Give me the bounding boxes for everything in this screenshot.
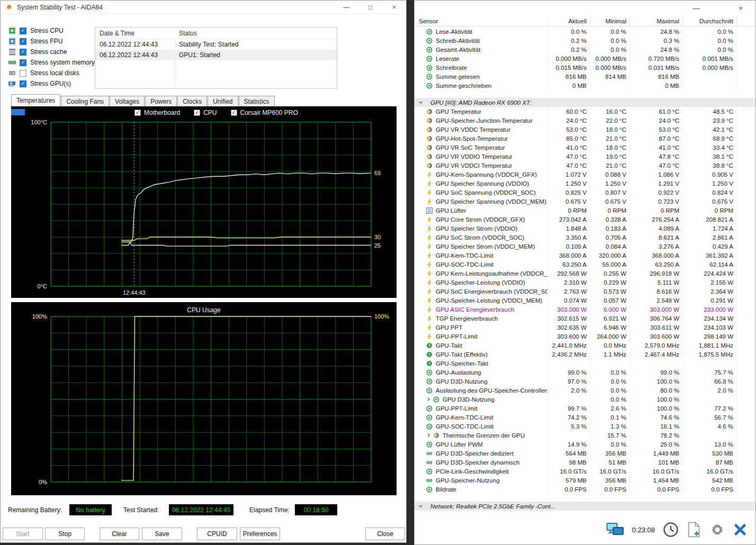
legend-item-motherboard[interactable]: Motherboard bbox=[134, 109, 180, 116]
clock-icon[interactable] bbox=[663, 522, 679, 538]
sensor-row[interactable]: GPU Speicher Strom (VDDIO)1.848 A0.183 A… bbox=[415, 224, 755, 233]
close-button[interactable]: Close bbox=[365, 528, 405, 540]
sensor-row[interactable]: Auslastung des GPU-Speicher-Controllers2… bbox=[415, 386, 755, 395]
stress-checkbox[interactable] bbox=[20, 49, 26, 56]
stress-checkbox[interactable] bbox=[20, 38, 26, 45]
sensor-group-header[interactable]: GPU [#0]: AMD Radeon RX 6900 XT: bbox=[415, 98, 755, 107]
legend-checkbox[interactable] bbox=[231, 110, 237, 116]
sensor-row[interactable]: GPU D3D-Speicher dediziert564 MB356 MB1,… bbox=[415, 449, 755, 458]
sensor-row[interactable]: GPU-SOC-TDC-Limit5.3 %1.3 %16.1 %4.6 % bbox=[415, 422, 755, 431]
sensor-row[interactable]: GPU SoC Spannung (VDDCR_SOC)0.825 V0.807… bbox=[415, 188, 755, 197]
sensor-row[interactable]: Lese-Aktivität0.0 %0.0 %24.8 %0.0 % bbox=[415, 27, 755, 36]
minimize-button[interactable]: — bbox=[686, 2, 707, 14]
sensor-row[interactable]: PCIe-Link-Geschwindigkeit16.0 GT/s16.0 G… bbox=[415, 467, 755, 476]
sensor-row[interactable]: GPU Speicher Spannung (VDDIO)1.250 V1.25… bbox=[415, 179, 755, 188]
sensor-row[interactable]: GPU-Kern-Spannung (VDDCR_GFX)1.072 V0.08… bbox=[415, 170, 755, 179]
stress-option-stress-local-disks[interactable]: Stress local disks bbox=[8, 68, 95, 78]
sensor-row[interactable]: GPU VR VDDCI Temperatur47.0 °C21.0 °C47.… bbox=[415, 161, 755, 170]
sensor-row[interactable]: GPU-Auslastung99.0 %0.0 %99.0 %75.7 % bbox=[415, 368, 755, 377]
sensor-row[interactable]: Gesamt-Aktivität0.2 %0.0 %24.8 %0.0 % bbox=[415, 45, 755, 54]
sensor-row[interactable]: GPU Core Strom (VDDCR_GFX)273.042 A0.328… bbox=[415, 215, 755, 224]
sensor-row[interactable]: GPU-PPT-Limit303.600 W264.000 W303.600 W… bbox=[415, 332, 755, 341]
cpuid-button[interactable]: CPUID bbox=[197, 528, 237, 540]
sensor-row[interactable]: GPU-Speicher-Leistung (VDDCI_MEM)0.074 W… bbox=[415, 296, 755, 305]
stress-option-stress-gpu-s[interactable]: Stress GPU(s) bbox=[8, 78, 95, 89]
sensor-row[interactable]: Bildrate0.0 FPS0.0 FPS0.0 FPS0.0 FPS bbox=[415, 485, 755, 494]
sensor-row[interactable]: TGP Energieverbrauch302.615 W6.921 W306.… bbox=[415, 314, 755, 323]
stress-option-stress-cpu[interactable]: Stress CPU bbox=[8, 25, 95, 36]
sensor-row[interactable]: Schreib-Aktivität0.2 %0.0 %0.3 %0.0 % bbox=[415, 36, 755, 45]
sensor-row[interactable]: Schreibrate0.015 MB/s0.000 MB/s0.031 MB/… bbox=[415, 63, 755, 72]
sensor-row[interactable]: Leserate0.000 MB/s0.000 MB/s0.720 MB/s0.… bbox=[415, 54, 755, 63]
chart-scroll-thumb[interactable] bbox=[11, 109, 25, 115]
stress-checkbox[interactable] bbox=[20, 28, 26, 34]
stress-checkbox[interactable] bbox=[20, 80, 26, 87]
sensor-row[interactable]: GPU D3D-Nutzung97.0 %0.0 %100.0 %66.8 % bbox=[415, 377, 755, 386]
log-row[interactable]: 06.12.2022 12:44:43GPU1: Started bbox=[95, 50, 337, 60]
legend-item-cpu[interactable]: CPU bbox=[194, 109, 217, 116]
sensor-row[interactable]: Thermische Grenzen der GPU15.7 %78.2 % bbox=[415, 431, 755, 440]
sensor-row[interactable]: GPU-Takt (Effektiv)2,436.2 MHz1.1 MHz2,4… bbox=[415, 350, 755, 359]
stop-button[interactable]: Stop bbox=[45, 528, 85, 540]
sensor-row[interactable]: GPU-Hot-Spot-Temperatur85.0 °C21.0 °C87.… bbox=[415, 134, 755, 143]
settings-gear-icon[interactable] bbox=[709, 522, 725, 538]
sensor-row[interactable]: GPU-Takt2,441.0 MHz0.0 MHz2,579.0 MHz1,8… bbox=[415, 341, 755, 350]
close-button[interactable]: × bbox=[382, 1, 406, 14]
network-computers-icon[interactable] bbox=[606, 522, 624, 538]
sensor-row[interactable]: GPU VR SoC Temperatur41.0 °C18.0 °C41.0 … bbox=[415, 143, 755, 152]
legend-checkbox[interactable] bbox=[194, 110, 200, 116]
sensor-row[interactable]: GPU Lüfter PWM14.9 %0.0 %25.0 %13.0 % bbox=[415, 440, 755, 449]
stress-option-stress-cache[interactable]: Stress cache bbox=[8, 47, 95, 57]
tab-clocks[interactable]: Clocks bbox=[177, 96, 207, 106]
sensor-row[interactable]: GPU SoC Energieverbrauch (VDDCR_SOC)2.76… bbox=[415, 287, 755, 296]
stress-option-stress-fpu[interactable]: Stress FPU bbox=[8, 36, 95, 47]
new-report-icon[interactable] bbox=[687, 522, 701, 538]
close-x-icon[interactable] bbox=[733, 523, 747, 537]
maximize-button[interactable]: □ bbox=[358, 1, 382, 14]
legend-item-corsair-mp600-pro[interactable]: Corsair MP600 PRO bbox=[231, 109, 298, 116]
save-button[interactable]: Save bbox=[142, 528, 182, 540]
clear-button[interactable]: Clear bbox=[100, 528, 139, 540]
tab-temperatures[interactable]: Temperatures bbox=[11, 94, 60, 106]
sensor-row[interactable]: GPU-SOC-TDC-Limit63.250 A55.000 A63.250 … bbox=[415, 260, 755, 269]
start-button[interactable]: Start bbox=[3, 528, 43, 540]
tab-statistics[interactable]: Statistics bbox=[239, 96, 275, 106]
sensor-row[interactable]: GPU VR VDDIO Temperatur47.0 °C19.0 °C47.… bbox=[415, 152, 755, 161]
sensor-row[interactable]: GPU VR VDDC Temperatur53.0 °C18.0 °C53.0… bbox=[415, 125, 755, 134]
sensor-row[interactable]: Summe geschrieben0 MB0 MB bbox=[415, 81, 755, 90]
titlebar: System Stability Test - AIDA64 — □ × bbox=[1, 1, 406, 14]
preferences-button[interactable]: Preferences bbox=[240, 528, 280, 540]
sensor-row[interactable]: GPU-Speicher-Nutzung579 MB356 MB1,454 MB… bbox=[415, 476, 755, 485]
tab-unified[interactable]: Unified bbox=[208, 96, 238, 106]
stress-checkbox[interactable] bbox=[20, 59, 26, 66]
sensor-row[interactable]: GPU-Speicher-Junction-Temperatur24.0 °C2… bbox=[415, 116, 755, 125]
sensor-row[interactable]: GPU Lüfter0 RPM0 RPM0 RPM0 RPM bbox=[415, 206, 755, 215]
sensor-row[interactable]: GPU ASIC Energieverbrauch303.000 W6.000 … bbox=[415, 305, 755, 314]
sensor-row[interactable]: GPU-Speicher-Leistung (VDDIO)2.310 W0.22… bbox=[415, 278, 755, 287]
sensor-row[interactable]: GPU D3D-Nutzung0.0 %100.0 % bbox=[415, 395, 755, 404]
tab-voltages[interactable]: Voltages bbox=[110, 96, 145, 106]
sensor-row[interactable]: GPU D3D-Speicher dynamisch98 MB51 MB101 … bbox=[415, 458, 755, 467]
close-button[interactable]: × bbox=[730, 2, 751, 14]
sensor-row[interactable]: GPU-Speicher-Takt bbox=[415, 359, 755, 368]
tab-powers[interactable]: Powers bbox=[145, 96, 177, 106]
sensor-row[interactable]: GPU Kern-Leistungsaufnahme (VDDCR_GFX)29… bbox=[415, 269, 755, 278]
sensor-row[interactable]: GPU Temperatur60.0 °C16.0 °C61.0 °C48.5 … bbox=[415, 107, 755, 116]
sensor-value-durchschnitt: 2.861 A bbox=[682, 233, 736, 242]
sensor-row[interactable]: Summe gelesen816 MB814 MB816 MB bbox=[415, 72, 755, 81]
sensor-row[interactable]: GPU Speicher Strom (VDDCI_MEM)0.109 A0.0… bbox=[415, 242, 755, 251]
sensor-value-maximal: 101 MB bbox=[629, 458, 682, 467]
stress-option-stress-system-memory[interactable]: Stress system memory bbox=[8, 57, 95, 68]
sensor-row[interactable]: GPU-Kern-TDC-Limit368.000 A320.000 A368.… bbox=[415, 251, 755, 260]
stress-checkbox[interactable] bbox=[20, 70, 26, 77]
tab-cooling-fans[interactable]: Cooling Fans bbox=[61, 96, 109, 106]
sensor-row[interactable]: GPU SoC Strom (VDDCR_SOC)3.350 A0.705 A8… bbox=[415, 233, 755, 242]
minimize-button[interactable]: — bbox=[335, 1, 358, 14]
log-row[interactable]: 06.12.2022 12:44:43Stability Test: Start… bbox=[95, 39, 337, 50]
sensor-row[interactable]: GPU Speicher Spannung (VDDCI_MEM)0.675 V… bbox=[415, 197, 755, 206]
sensor-row[interactable]: GPU-PPT-Limit99.7 %2.6 %100.0 %77.2 % bbox=[415, 404, 755, 413]
legend-checkbox[interactable] bbox=[134, 110, 141, 116]
sensor-row[interactable]: GPU PPT302.635 W6.946 W303.611 W234.103 … bbox=[415, 323, 755, 332]
sensor-row[interactable]: GPU-Kern-TDC-Limit74.2 %0.1 %74.6 %56.7 … bbox=[415, 413, 755, 422]
sensor-group-header[interactable]: Network: Realtek PCIe 2.5GbE Family -Con… bbox=[415, 502, 755, 511]
